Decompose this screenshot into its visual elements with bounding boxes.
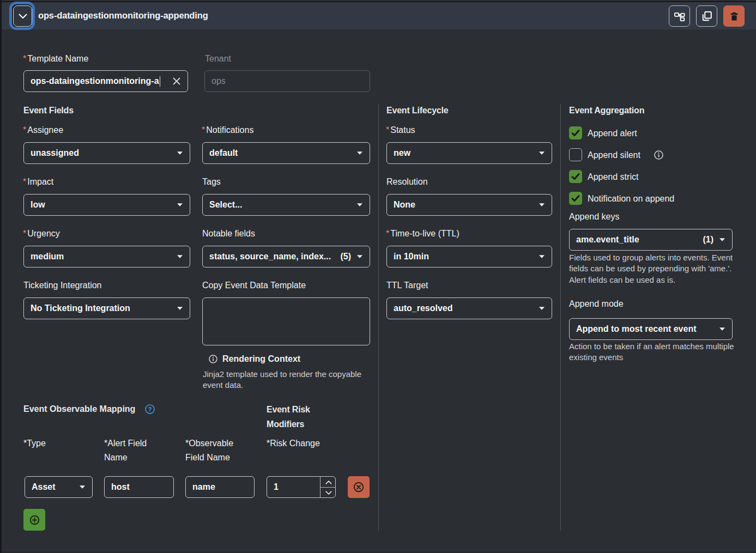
- svg-text:?: ?: [148, 406, 152, 412]
